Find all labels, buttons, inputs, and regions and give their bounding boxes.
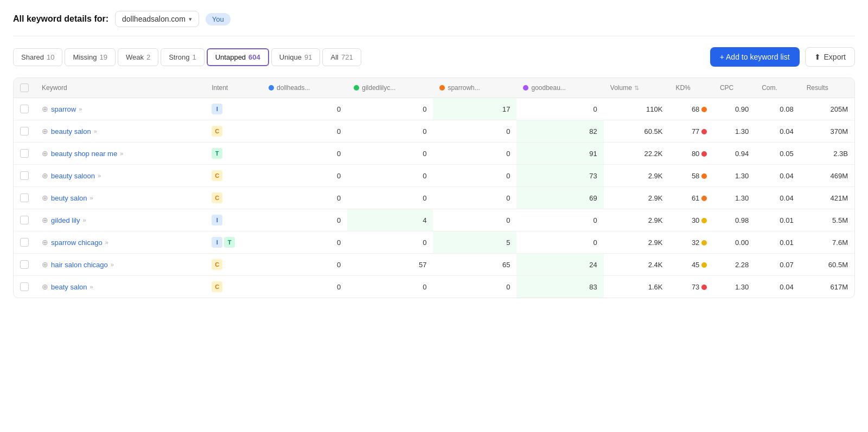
- cpc-cell: 1.30: [713, 165, 755, 187]
- row-checkbox[interactable]: [20, 149, 29, 158]
- keyword-link[interactable]: ⊕ beauty salon »: [42, 127, 199, 136]
- results-cell: 205M: [800, 98, 854, 120]
- table-row: ⊕ beauty shop near me » T 0 0 0 91 22.2K…: [14, 143, 854, 165]
- results-cell: 2.3B: [800, 143, 854, 165]
- kd-cell: 30: [669, 209, 713, 231]
- row-checkbox[interactable]: [20, 282, 29, 291]
- volume-cell: 60.5K: [604, 120, 669, 143]
- keyword-link[interactable]: ⊕ hair salon chicago »: [42, 260, 199, 269]
- intent-cell: C: [205, 120, 262, 143]
- keyword-link[interactable]: ⊕ beuty salon »: [42, 194, 199, 202]
- dollheads-cell: 0: [262, 143, 347, 165]
- table-row: ⊕ beaty salon » C 0 0 0 83 1.6K 73 1.30 …: [14, 276, 854, 298]
- intent-cell: C: [205, 254, 262, 276]
- row-checkbox[interactable]: [20, 127, 29, 136]
- com-cell: 0.01: [755, 209, 800, 231]
- table-row: ⊕ sparrow » I 0 0 17 0 110K 68 0.90 0.08…: [14, 98, 854, 120]
- results-cell: 617M: [800, 276, 854, 298]
- page-container: All keyword details for: dollheadsalon.c…: [0, 0, 868, 309]
- tab-strong[interactable]: Strong 1: [161, 48, 205, 66]
- keyword-text: sparrow chicago: [51, 238, 103, 247]
- row-checkbox[interactable]: [20, 238, 29, 247]
- com-cell: 0.01: [755, 231, 800, 254]
- table-body: ⊕ sparrow » I 0 0 17 0 110K 68 0.90 0.08…: [14, 98, 854, 298]
- dot-green-icon: [354, 85, 359, 91]
- col-gildedlily-label: gildedlilyc...: [362, 84, 395, 92]
- table-row: ⊕ hair salon chicago » C 0 57 65 24 2.4K…: [14, 254, 854, 276]
- dollheads-cell: 0: [262, 276, 347, 298]
- intent-badge: C: [212, 126, 222, 137]
- table-row: ⊕ beauty salon » C 0 0 0 82 60.5K 77 1.3…: [14, 120, 854, 143]
- gildedlily-cell: 0: [347, 165, 433, 187]
- expand-icon: »: [105, 239, 108, 246]
- kd-cell: 32: [669, 231, 713, 254]
- volume-cell: 2.9K: [604, 187, 669, 209]
- gildedlily-cell: 0: [347, 231, 433, 254]
- sparrowh-cell: 0: [433, 276, 516, 298]
- dollheads-cell: 0: [262, 187, 347, 209]
- export-button[interactable]: ⬆ Export: [805, 47, 855, 67]
- sparrowh-cell: 0: [433, 209, 516, 231]
- row-checkbox[interactable]: [20, 194, 29, 202]
- intent-badge: C: [212, 281, 222, 292]
- col-intent: Intent: [205, 78, 262, 98]
- domain-selector[interactable]: dollheadsalon.com ▾: [115, 11, 199, 27]
- row-checkbox[interactable]: [20, 105, 29, 113]
- col-dollheads: dollheads...: [262, 78, 347, 98]
- intent-cell: C: [205, 187, 262, 209]
- keyword-link[interactable]: ⊕ sparrow chicago »: [42, 238, 199, 247]
- results-cell: 5.5M: [800, 209, 854, 231]
- kd-dot: [701, 151, 707, 157]
- row-checkbox[interactable]: [20, 171, 29, 180]
- col-results: Results: [800, 78, 854, 98]
- gildedlily-cell: 0: [347, 120, 433, 143]
- tab-count: 1: [192, 53, 196, 61]
- keyword-link[interactable]: ⊕ beaty salon »: [42, 282, 199, 291]
- sparrowh-cell: 0: [433, 143, 516, 165]
- add-to-keyword-list-button[interactable]: + Add to keyword list: [710, 47, 800, 67]
- plus-circle-icon: ⊕: [42, 149, 48, 158]
- col-volume[interactable]: Volume ⇅: [604, 78, 669, 98]
- table-row: ⊕ beuty salon » C 0 0 0 69 2.9K 61 1.30 …: [14, 187, 854, 209]
- tab-all[interactable]: All 721: [322, 48, 361, 66]
- tab-label: All: [330, 53, 338, 61]
- kd-dot: [701, 107, 707, 112]
- tab-missing[interactable]: Missing 19: [65, 48, 116, 66]
- select-all-checkbox[interactable]: [20, 83, 29, 92]
- dot-purple-icon: [523, 85, 528, 91]
- tab-count: 91: [304, 53, 312, 61]
- gildedlily-cell: 0: [347, 187, 433, 209]
- kd-dot: [701, 173, 707, 179]
- expand-icon: »: [82, 217, 86, 223]
- tab-shared[interactable]: Shared 10: [13, 48, 62, 66]
- kd-dot: [701, 129, 707, 134]
- tab-unique[interactable]: Unique 91: [271, 48, 321, 66]
- sparrowh-cell: 0: [433, 165, 516, 187]
- com-cell: 0.04: [755, 276, 800, 298]
- intent-badge: I: [212, 237, 222, 248]
- expand-icon: »: [120, 150, 123, 157]
- volume-cell: 2.9K: [604, 165, 669, 187]
- keyword-link[interactable]: ⊕ beauty saloon »: [42, 171, 199, 180]
- keyword-link[interactable]: ⊕ gilded lily »: [42, 216, 199, 224]
- row-checkbox[interactable]: [20, 260, 29, 269]
- cpc-cell: 0.90: [713, 98, 755, 120]
- keyword-link[interactable]: ⊕ beauty shop near me »: [42, 149, 199, 158]
- com-cell: 0.08: [755, 98, 800, 120]
- keyword-link[interactable]: ⊕ sparrow »: [42, 105, 199, 113]
- chevron-down-icon: ▾: [189, 16, 192, 23]
- row-checkbox[interactable]: [20, 216, 29, 224]
- col-dollheads-label: dollheads...: [277, 84, 310, 92]
- tab-weak[interactable]: Weak 2: [118, 48, 158, 66]
- tab-count: 604: [248, 53, 260, 61]
- keyword-text: beauty salon: [51, 127, 91, 136]
- sparrowh-cell: 0: [433, 120, 516, 143]
- tab-untapped[interactable]: Untapped 604: [207, 48, 269, 66]
- intent-cell: IT: [205, 231, 262, 254]
- kd-cell: 77: [669, 120, 713, 143]
- plus-circle-icon: ⊕: [42, 282, 48, 291]
- tab-label: Shared: [21, 53, 44, 61]
- gildedlily-cell: 57: [347, 254, 433, 276]
- kd-cell: 61: [669, 187, 713, 209]
- sparrowh-cell: 65: [433, 254, 516, 276]
